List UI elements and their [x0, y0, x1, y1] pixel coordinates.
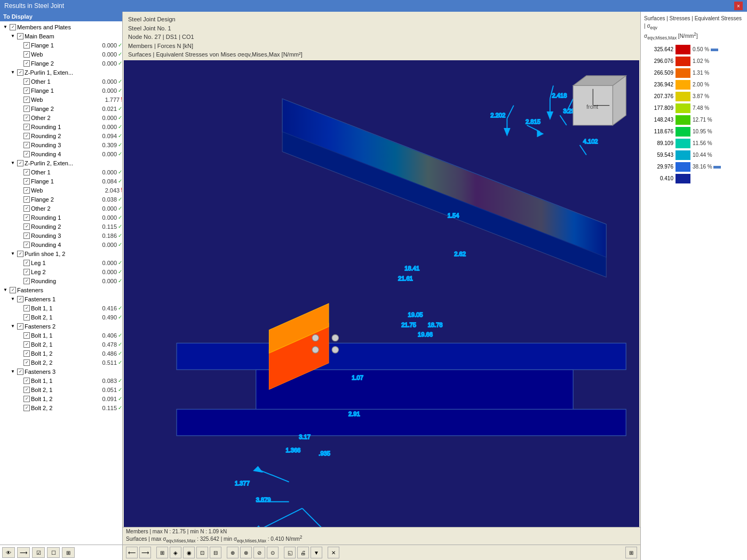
tree-item-f2-bolt11[interactable]: Bolt 1, 10.406✓	[0, 331, 122, 340]
checkbox-f3-bolt12[interactable]	[23, 396, 30, 402]
checkbox-zp1-web[interactable]	[23, 97, 30, 103]
view-btn-5[interactable]: ◉	[183, 547, 195, 558]
tree-item-zp1-rounding1[interactable]: Rounding 10.000✓	[0, 122, 122, 131]
tree-item-ps-rounding[interactable]: Rounding0.000✓	[0, 276, 122, 285]
tree-item-ps-leg1[interactable]: Leg 10.000✓	[0, 258, 122, 267]
tree-item-fasteners[interactable]: ▼Fasteners	[0, 285, 122, 294]
tree-item-mb-flange2[interactable]: Flange 20.000✓	[0, 59, 122, 68]
checkbox-zp1-other1[interactable]	[23, 78, 30, 85]
checkbox-zp2-flange1[interactable]	[23, 178, 30, 185]
checkbox-fasteners3[interactable]	[17, 369, 23, 375]
tree-item-f2-bolt12[interactable]: Bolt 1, 20.486✓	[0, 349, 122, 358]
deselect-button[interactable]: ☐	[47, 547, 60, 558]
tree-item-zp2-other2[interactable]: Other 20.000✓	[0, 204, 122, 213]
view-btn-7[interactable]: ⊟	[210, 547, 221, 558]
viewport-area[interactable]: 2.418 2.202 2.815 3.297 4.102 1.54 2.62	[124, 60, 639, 527]
view-btn-export[interactable]: ▼	[311, 547, 322, 558]
checkbox-purlin-shoe[interactable]	[17, 251, 23, 257]
tree-item-f3-bolt11[interactable]: Bolt 1, 10.083✓	[0, 376, 122, 385]
tree-item-fasteners1[interactable]: ▼Fasteners 1	[0, 294, 122, 303]
tree-item-mb-web[interactable]: Web0.000✓	[0, 50, 122, 59]
tree-item-zpurlin2[interactable]: ▼Z-Purlin 2, Exten...	[0, 158, 122, 167]
view-btn-layout[interactable]: ⊞	[625, 547, 637, 558]
view-btn-4[interactable]: ◈	[170, 547, 181, 558]
view-btn-close[interactable]: ✕	[328, 547, 339, 558]
view-btn-10[interactable]: ⊘	[253, 547, 265, 558]
checkbox-fasteners1[interactable]	[17, 296, 23, 302]
title-bar-close-button[interactable]: ×	[734, 2, 743, 10]
tree-item-f3-bolt22[interactable]: Bolt 2, 20.115✓	[0, 403, 122, 412]
view-btn-print[interactable]: 🖨	[297, 547, 309, 558]
tree-item-fasteners3[interactable]: ▼Fasteners 3	[0, 367, 122, 376]
view-btn-2[interactable]: ⟶	[139, 547, 151, 558]
tree-item-zp2-rounding2[interactable]: Rounding 20.115✓	[0, 222, 122, 231]
tree-item-zp1-rounding4[interactable]: Rounding 40.000✓	[0, 149, 122, 158]
tree-item-zp2-flange2[interactable]: Flange 20.038✓	[0, 195, 122, 204]
expand-button[interactable]: ⊞	[62, 547, 75, 558]
checkbox-zp2-rounding2[interactable]	[23, 223, 30, 230]
checkbox-zp2-rounding3[interactable]	[23, 233, 30, 239]
checkbox-main-beam[interactable]	[17, 33, 23, 39]
tree-item-zp1-other1[interactable]: Other 10.000✓	[0, 77, 122, 86]
view-btn-11[interactable]: ⊙	[267, 547, 279, 558]
tree-item-fasteners2[interactable]: ▼Fasteners 2	[0, 322, 122, 331]
tree-item-zp1-web[interactable]: Web1.777!	[0, 95, 122, 104]
tree-item-zpurlin1[interactable]: ▼Z-Purlin 1, Exten...	[0, 68, 122, 77]
checkbox-f3-bolt21[interactable]	[23, 387, 30, 393]
tree-item-f3-bolt12[interactable]: Bolt 1, 20.091✓	[0, 394, 122, 403]
checkbox-f3-bolt11[interactable]	[23, 378, 30, 384]
tree-item-f2-bolt22[interactable]: Bolt 2, 20.511✓	[0, 358, 122, 367]
checkbox-mb-flange2[interactable]	[23, 60, 30, 67]
checkbox-zp2-flange2[interactable]	[23, 196, 30, 203]
tree-item-f3-bolt21[interactable]: Bolt 2, 10.051✓	[0, 385, 122, 394]
checkbox-f1-bolt21[interactable]	[23, 314, 30, 321]
tree-item-zp2-rounding4[interactable]: Rounding 40.000✓	[0, 240, 122, 249]
checkbox-f1-bolt11[interactable]	[23, 305, 30, 311]
checkbox-ps-leg1[interactable]	[23, 260, 30, 266]
checkbox-zp1-other2[interactable]	[23, 115, 30, 121]
tree-item-zp1-rounding2[interactable]: Rounding 20.094✓	[0, 131, 122, 140]
tree-item-f1-bolt21[interactable]: Bolt 2, 10.490✓	[0, 313, 122, 322]
tree-item-zp2-web[interactable]: Web2.043!	[0, 186, 122, 195]
tree-item-zp1-other2[interactable]: Other 20.000✓	[0, 113, 122, 122]
checkbox-ps-rounding[interactable]	[23, 278, 30, 284]
view-btn-1[interactable]: ⟵	[126, 547, 138, 558]
tree-item-purlin-shoe[interactable]: ▼Purlin shoe 1, 2	[0, 249, 122, 258]
checkbox-zp1-rounding1[interactable]	[23, 124, 30, 130]
view-btn-12[interactable]: ◱	[284, 547, 296, 558]
view-btn-9[interactable]: ⊗	[240, 547, 252, 558]
checkbox-f3-bolt22[interactable]	[23, 405, 30, 411]
tree-item-f2-bolt21[interactable]: Bolt 2, 10.478✓	[0, 340, 122, 349]
checkbox-zpurlin1[interactable]	[17, 69, 23, 76]
checkbox-zpurlin2[interactable]	[17, 160, 23, 166]
checkbox-zp2-rounding1[interactable]	[23, 214, 30, 221]
checkbox-zp2-web[interactable]	[23, 187, 30, 194]
checkbox-zp1-flange2[interactable]	[23, 106, 30, 112]
tree-item-zp1-flange2[interactable]: Flange 20.021✓	[0, 104, 122, 113]
checkbox-mb-flange1[interactable]	[23, 42, 30, 49]
tree-item-zp2-other1[interactable]: Other 10.000✓	[0, 167, 122, 177]
checkbox-zp2-rounding4[interactable]	[23, 242, 30, 248]
tree-item-zp1-flange1[interactable]: Flange 10.000✓	[0, 86, 122, 95]
view-btn-8[interactable]: ⊕	[227, 547, 239, 558]
eye-toggle-button[interactable]: 👁	[2, 547, 15, 558]
checkbox-f2-bolt22[interactable]	[23, 359, 30, 366]
tree-item-zp1-rounding3[interactable]: Rounding 30.309✓	[0, 140, 122, 149]
tree-item-zp2-rounding3[interactable]: Rounding 30.186✓	[0, 231, 122, 240]
checkbox-ps-leg2[interactable]	[23, 269, 30, 275]
checkbox-zp1-rounding2[interactable]	[23, 133, 30, 139]
checkbox-zp2-other2[interactable]	[23, 205, 30, 212]
tree-item-mb-flange1[interactable]: Flange 10.000✓	[0, 41, 122, 50]
checkbox-zp1-rounding4[interactable]	[23, 151, 30, 157]
tree-item-zp2-rounding1[interactable]: Rounding 10.000✓	[0, 213, 122, 222]
arrow-button[interactable]: ⟶	[17, 547, 30, 558]
view-btn-3[interactable]: ⊞	[156, 547, 168, 558]
select-all-button[interactable]: ☑	[32, 547, 45, 558]
checkbox-zp1-flange1[interactable]	[23, 87, 30, 94]
checkbox-mb-web[interactable]	[23, 51, 30, 58]
checkbox-zp1-rounding3[interactable]	[23, 142, 30, 148]
tree-item-ps-leg2[interactable]: Leg 20.000✓	[0, 267, 122, 276]
tree-item-zp2-flange1[interactable]: Flange 10.084✓	[0, 177, 122, 186]
checkbox-f2-bolt12[interactable]	[23, 350, 30, 357]
tree-container[interactable]: ▼Members and Plates▼Main BeamFlange 10.0…	[0, 21, 122, 545]
